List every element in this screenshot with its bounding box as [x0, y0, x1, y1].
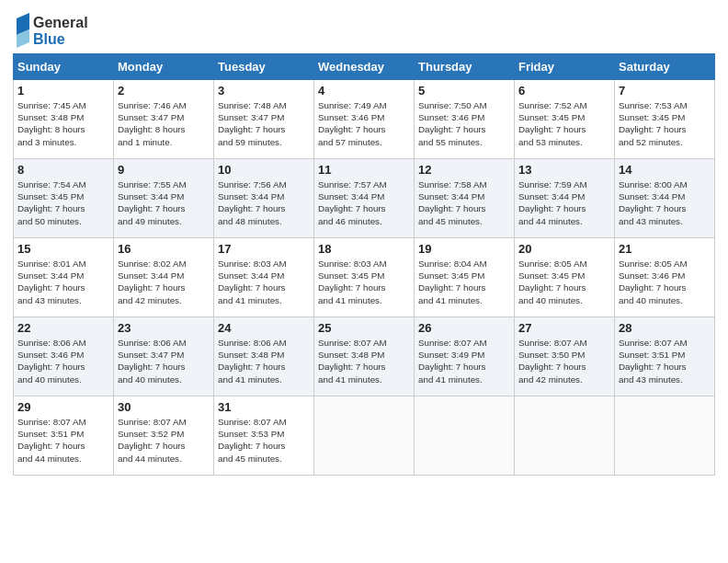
- day-info: Sunrise: 8:05 AM Sunset: 3:45 PM Dayligh…: [518, 258, 610, 306]
- day-info: Sunrise: 8:07 AM Sunset: 3:50 PM Dayligh…: [518, 337, 610, 385]
- calendar-header-row: SundayMondayTuesdayWednesdayThursdayFrid…: [14, 54, 715, 80]
- calendar-cell: 5Sunrise: 7:50 AM Sunset: 3:46 PM Daylig…: [415, 80, 515, 159]
- calendar-cell: 19Sunrise: 8:04 AM Sunset: 3:45 PM Dayli…: [415, 238, 515, 317]
- day-info: Sunrise: 8:04 AM Sunset: 3:45 PM Dayligh…: [418, 258, 510, 306]
- day-info: Sunrise: 8:05 AM Sunset: 3:46 PM Dayligh…: [619, 258, 711, 306]
- day-number: 2: [118, 84, 210, 98]
- day-info: Sunrise: 8:06 AM Sunset: 3:46 PM Dayligh…: [17, 337, 109, 385]
- day-info: Sunrise: 8:07 AM Sunset: 3:49 PM Dayligh…: [418, 337, 510, 385]
- calendar-col-thursday: Thursday: [415, 54, 515, 80]
- day-number: 12: [418, 163, 510, 177]
- day-number: 25: [318, 321, 410, 335]
- day-number: 13: [518, 163, 610, 177]
- calendar-cell: 21Sunrise: 8:05 AM Sunset: 3:46 PM Dayli…: [615, 238, 715, 317]
- day-info: Sunrise: 8:03 AM Sunset: 3:45 PM Dayligh…: [318, 258, 410, 306]
- day-number: 16: [118, 242, 210, 256]
- day-info: Sunrise: 7:45 AM Sunset: 3:48 PM Dayligh…: [17, 99, 109, 148]
- day-number: 19: [418, 242, 510, 256]
- calendar-cell: 18Sunrise: 8:03 AM Sunset: 3:45 PM Dayli…: [314, 238, 415, 317]
- calendar-cell: 11Sunrise: 7:57 AM Sunset: 3:44 PM Dayli…: [314, 159, 415, 238]
- calendar-cell: 17Sunrise: 8:03 AM Sunset: 3:44 PM Dayli…: [214, 238, 314, 317]
- day-info: Sunrise: 8:00 AM Sunset: 3:44 PM Dayligh…: [619, 178, 711, 227]
- day-number: 29: [17, 400, 109, 414]
- day-number: 24: [218, 321, 310, 335]
- day-number: 1: [17, 84, 109, 98]
- svg-text:General: General: [33, 15, 88, 30]
- page-container: GeneralBlue SundayMondayTuesdayWednesday…: [0, 0, 728, 483]
- calendar-cell: 12Sunrise: 7:58 AM Sunset: 3:44 PM Dayli…: [415, 159, 515, 238]
- day-number: 23: [118, 321, 210, 335]
- calendar-cell: 3Sunrise: 7:48 AM Sunset: 3:47 PM Daylig…: [214, 80, 314, 159]
- day-info: Sunrise: 7:55 AM Sunset: 3:44 PM Dayligh…: [118, 178, 210, 227]
- day-number: 17: [218, 242, 310, 256]
- day-number: 3: [218, 84, 310, 98]
- calendar-col-wednesday: Wednesday: [314, 54, 415, 80]
- day-number: 6: [518, 84, 610, 98]
- day-info: Sunrise: 7:50 AM Sunset: 3:46 PM Dayligh…: [418, 99, 510, 148]
- calendar-cell: 2Sunrise: 7:46 AM Sunset: 3:47 PM Daylig…: [114, 80, 214, 159]
- calendar-cell: 9Sunrise: 7:55 AM Sunset: 3:44 PM Daylig…: [114, 159, 214, 238]
- calendar-cell: 30Sunrise: 8:07 AM Sunset: 3:52 PM Dayli…: [114, 396, 214, 476]
- calendar-cell: [415, 396, 515, 476]
- calendar-week-5: 29Sunrise: 8:07 AM Sunset: 3:51 PM Dayli…: [14, 396, 715, 476]
- calendar-cell: 14Sunrise: 8:00 AM Sunset: 3:44 PM Dayli…: [615, 159, 715, 238]
- day-number: 22: [17, 321, 109, 335]
- day-info: Sunrise: 8:07 AM Sunset: 3:48 PM Dayligh…: [318, 337, 410, 385]
- svg-text:Blue: Blue: [33, 31, 65, 47]
- calendar-col-saturday: Saturday: [615, 54, 715, 80]
- calendar-cell: 25Sunrise: 8:07 AM Sunset: 3:48 PM Dayli…: [314, 317, 415, 396]
- day-info: Sunrise: 8:06 AM Sunset: 3:47 PM Dayligh…: [118, 337, 210, 385]
- calendar-cell: 10Sunrise: 7:56 AM Sunset: 3:44 PM Dayli…: [214, 159, 314, 238]
- day-info: Sunrise: 7:57 AM Sunset: 3:44 PM Dayligh…: [318, 178, 410, 227]
- day-info: Sunrise: 8:01 AM Sunset: 3:44 PM Dayligh…: [17, 258, 109, 306]
- day-number: 18: [318, 242, 410, 256]
- day-number: 20: [518, 242, 610, 256]
- day-number: 21: [619, 242, 711, 256]
- calendar-cell: 26Sunrise: 8:07 AM Sunset: 3:49 PM Dayli…: [415, 317, 515, 396]
- day-number: 8: [17, 163, 109, 177]
- calendar-week-2: 8Sunrise: 7:54 AM Sunset: 3:45 PM Daylig…: [14, 159, 715, 238]
- day-number: 30: [118, 400, 210, 414]
- calendar-cell: 1Sunrise: 7:45 AM Sunset: 3:48 PM Daylig…: [14, 80, 114, 159]
- day-number: 4: [318, 84, 410, 98]
- day-info: Sunrise: 7:54 AM Sunset: 3:45 PM Dayligh…: [17, 178, 109, 227]
- day-number: 31: [218, 400, 310, 414]
- calendar-cell: 29Sunrise: 8:07 AM Sunset: 3:51 PM Dayli…: [14, 396, 114, 476]
- calendar-col-monday: Monday: [114, 54, 214, 80]
- day-info: Sunrise: 8:02 AM Sunset: 3:44 PM Dayligh…: [118, 258, 210, 306]
- calendar-week-1: 1Sunrise: 7:45 AM Sunset: 3:48 PM Daylig…: [14, 80, 715, 159]
- day-info: Sunrise: 8:06 AM Sunset: 3:48 PM Dayligh…: [218, 337, 310, 385]
- calendar-cell: 16Sunrise: 8:02 AM Sunset: 3:44 PM Dayli…: [114, 238, 214, 317]
- day-info: Sunrise: 8:07 AM Sunset: 3:52 PM Dayligh…: [118, 416, 210, 465]
- calendar-cell: 13Sunrise: 7:59 AM Sunset: 3:44 PM Dayli…: [515, 159, 615, 238]
- day-info: Sunrise: 7:46 AM Sunset: 3:47 PM Dayligh…: [118, 99, 210, 148]
- calendar-col-tuesday: Tuesday: [214, 54, 314, 80]
- day-info: Sunrise: 8:07 AM Sunset: 3:51 PM Dayligh…: [619, 337, 711, 385]
- calendar-cell: 8Sunrise: 7:54 AM Sunset: 3:45 PM Daylig…: [14, 159, 114, 238]
- calendar-cell: 22Sunrise: 8:06 AM Sunset: 3:46 PM Dayli…: [14, 317, 114, 396]
- header: GeneralBlue: [13, 9, 715, 50]
- day-info: Sunrise: 7:52 AM Sunset: 3:45 PM Dayligh…: [518, 99, 610, 148]
- day-info: Sunrise: 8:07 AM Sunset: 3:53 PM Dayligh…: [218, 416, 310, 465]
- day-info: Sunrise: 8:07 AM Sunset: 3:51 PM Dayligh…: [17, 416, 109, 465]
- logo: GeneralBlue: [13, 9, 96, 50]
- day-info: Sunrise: 8:03 AM Sunset: 3:44 PM Dayligh…: [218, 258, 310, 306]
- calendar-cell: [314, 396, 415, 476]
- calendar-week-4: 22Sunrise: 8:06 AM Sunset: 3:46 PM Dayli…: [14, 317, 715, 396]
- calendar-cell: [515, 396, 615, 476]
- day-number: 10: [218, 163, 310, 177]
- calendar-col-sunday: Sunday: [14, 54, 114, 80]
- calendar-table: SundayMondayTuesdayWednesdayThursdayFrid…: [13, 53, 715, 476]
- day-info: Sunrise: 7:49 AM Sunset: 3:46 PM Dayligh…: [318, 99, 410, 148]
- day-number: 27: [518, 321, 610, 335]
- calendar-cell: 24Sunrise: 8:06 AM Sunset: 3:48 PM Dayli…: [214, 317, 314, 396]
- day-number: 15: [17, 242, 109, 256]
- calendar-cell: 15Sunrise: 8:01 AM Sunset: 3:44 PM Dayli…: [14, 238, 114, 317]
- day-info: Sunrise: 7:53 AM Sunset: 3:45 PM Dayligh…: [619, 99, 711, 148]
- day-number: 28: [619, 321, 711, 335]
- day-number: 9: [118, 163, 210, 177]
- calendar-cell: 20Sunrise: 8:05 AM Sunset: 3:45 PM Dayli…: [515, 238, 615, 317]
- calendar-col-friday: Friday: [515, 54, 615, 80]
- calendar-cell: 27Sunrise: 8:07 AM Sunset: 3:50 PM Dayli…: [515, 317, 615, 396]
- day-number: 26: [418, 321, 510, 335]
